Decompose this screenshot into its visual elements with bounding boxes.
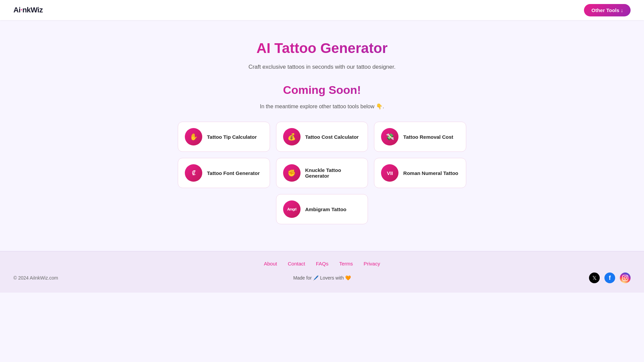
footer-contact-link[interactable]: Contact — [288, 261, 305, 266]
tool-name-tattoo-removal-cost: Tattoo Removal Cost — [403, 134, 453, 140]
footer-terms-link[interactable]: Terms — [339, 261, 353, 266]
tool-name-ambigram-tattoo: Ambigram Tattoo — [305, 206, 346, 212]
tool-icon-tattoo-tip-calculator: ✋ — [185, 128, 202, 145]
tool-card-tattoo-removal-cost[interactable]: 💸 Tattoo Removal Cost — [374, 122, 466, 152]
tool-name-roman-numeral-tattoo: Roman Numeral Tattoo — [403, 170, 458, 176]
tool-card-tattoo-font-generator[interactable]: ₡ Tattoo Font Generator — [178, 158, 270, 188]
footer-about-link[interactable]: About — [264, 261, 277, 266]
tool-card-knuckle-tattoo-generator[interactable]: ✊ Knuckle Tattoo Generator — [276, 158, 368, 188]
footer-faqs-link[interactable]: FAQs — [316, 261, 329, 266]
instagram-icon[interactable] — [620, 273, 631, 283]
logo[interactable]: Ai·nkWiz — [13, 6, 43, 14]
tool-card-roman-numeral-tattoo[interactable]: VII Roman Numeral Tattoo — [374, 158, 466, 188]
footer-copyright: © 2024 AiInkWiz.com — [13, 275, 58, 281]
tool-name-knuckle-tattoo-generator: Knuckle Tattoo Generator — [305, 167, 361, 179]
facebook-icon[interactable]: f — [604, 273, 615, 283]
other-tools-button[interactable]: Other Tools ↓ — [584, 4, 631, 16]
social-icons: 𝕏 f — [589, 273, 631, 283]
meantime-text: In the meantime explore other tattoo too… — [178, 103, 466, 110]
footer-bottom: © 2024 AiInkWiz.com Made for 🖊️ Lovers w… — [13, 273, 631, 283]
coming-soon-heading: Coming Soon! — [178, 83, 466, 97]
main-content: AI Tattoo Generator Craft exclusive tatt… — [171, 20, 473, 251]
twitter-icon[interactable]: 𝕏 — [589, 273, 600, 283]
tool-name-tattoo-font-generator: Tattoo Font Generator — [207, 170, 260, 176]
tool-name-tattoo-cost-calculator: Tattoo Cost Calculator — [305, 134, 359, 140]
logo-ai: Ai — [13, 6, 20, 14]
tools-grid-top: ✋ Tattoo Tip Calculator 💰 Tattoo Cost Ca… — [178, 122, 466, 152]
tool-card-tattoo-tip-calculator[interactable]: ✋ Tattoo Tip Calculator — [178, 122, 270, 152]
header: Ai·nkWiz Other Tools ↓ — [0, 0, 644, 20]
footer-nav: About Contact FAQs Terms Privacy — [13, 261, 631, 266]
tool-icon-tattoo-cost-calculator: 💰 — [283, 128, 301, 145]
tools-grid-bottom: Amgrl Ambigram Tattoo — [178, 194, 466, 224]
tools-grid-middle: ₡ Tattoo Font Generator ✊ Knuckle Tattoo… — [178, 158, 466, 188]
tool-card-tattoo-cost-calculator[interactable]: 💰 Tattoo Cost Calculator — [276, 122, 368, 152]
tool-icon-knuckle-tattoo-generator: ✊ — [283, 164, 301, 182]
tool-icon-tattoo-font-generator: ₡ — [185, 164, 202, 182]
tool-icon-tattoo-removal-cost: 💸 — [381, 128, 398, 145]
footer: About Contact FAQs Terms Privacy © 2024 … — [0, 251, 644, 293]
logo-inkwiz: nkWiz — [22, 6, 43, 14]
subtitle: Craft exclusive tattoos in seconds with … — [178, 62, 466, 71]
footer-made-for: Made for 🖊️ Lovers with 🧡 — [293, 275, 351, 281]
footer-privacy-link[interactable]: Privacy — [364, 261, 380, 266]
tool-icon-roman-numeral-tattoo: VII — [381, 164, 398, 182]
tool-name-tattoo-tip-calculator: Tattoo Tip Calculator — [207, 134, 257, 140]
tool-card-ambigram-tattoo[interactable]: Amgrl Ambigram Tattoo — [276, 194, 368, 224]
page-title: AI Tattoo Generator — [178, 40, 466, 56]
tool-icon-ambigram-tattoo: Amgrl — [283, 200, 301, 218]
